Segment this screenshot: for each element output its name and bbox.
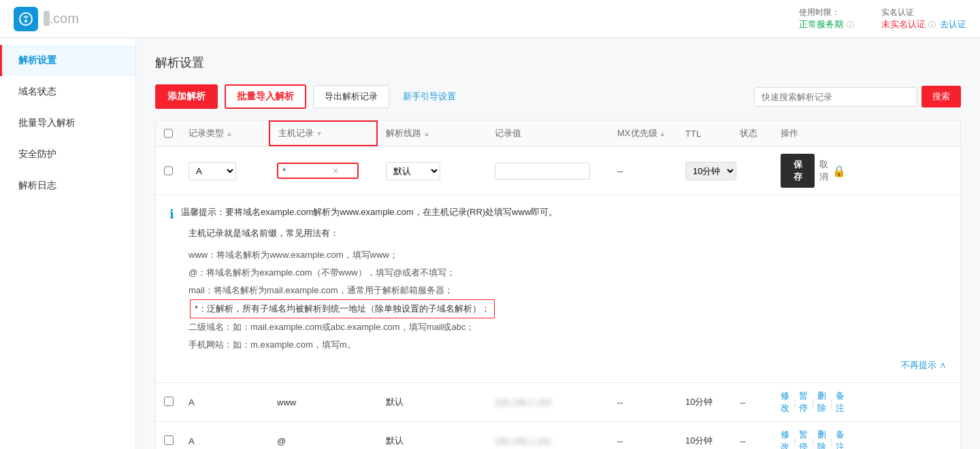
service-label: 使用时限： bbox=[799, 7, 840, 18]
info-item-www: www：将域名解析为www.example.com，填写www； bbox=[189, 246, 947, 264]
resolve-select[interactable]: 默认 联通 电信 移动 bbox=[386, 162, 440, 180]
logo-text: y.com bbox=[44, 11, 79, 27]
sidebar-item-security[interactable]: 安全防护 bbox=[0, 139, 135, 170]
th-resolve-line: 解析线路 ▲ bbox=[378, 120, 487, 146]
row2-modify-link[interactable]: 修改 bbox=[781, 429, 791, 449]
export-button[interactable]: 导出解析记录 bbox=[313, 85, 389, 108]
th-checkbox bbox=[156, 120, 180, 146]
edit-status-cell bbox=[732, 168, 772, 173]
sort-record-type-icon[interactable]: ▲ bbox=[226, 130, 233, 137]
search-button[interactable]: 搜索 bbox=[921, 86, 961, 107]
auth-link[interactable]: 去认证 bbox=[940, 18, 966, 31]
row1-delete-link[interactable]: 删除 bbox=[817, 390, 828, 414]
info-footer: 不再提示 ∧ bbox=[169, 359, 947, 371]
svg-point-0 bbox=[20, 13, 32, 25]
auth-help-icon[interactable]: ⓘ bbox=[928, 20, 936, 29]
sidebar: 解析设置 域名状态 批量导入解析 安全防护 解析日志 bbox=[0, 38, 136, 449]
wildcard-highlight: *：泛解析，所有子域名均被解析到统一地址（除单独设置的子域名解析）； bbox=[190, 299, 495, 318]
main-content: 解析设置 添加解析 批量导入解析 导出解析记录 新手引导设置 搜索 记录类型 ▲ bbox=[136, 38, 980, 449]
row2-mx: -- bbox=[609, 429, 677, 450]
table-row: A @ 默认 192.168.1.101 -- 10分钟 -- 修改 | 暂停 … bbox=[156, 422, 960, 449]
row1-modify-link[interactable]: 修改 bbox=[781, 390, 791, 414]
row2-delete-link[interactable]: 删除 bbox=[817, 429, 828, 449]
row1-host: www bbox=[269, 390, 378, 414]
th-record-value: 记录值 bbox=[487, 120, 609, 146]
th-status: 状态 bbox=[732, 120, 772, 146]
sidebar-item-parse-log[interactable]: 解析日志 bbox=[0, 170, 135, 201]
header-right: 使用时限： 正常服务期 ⓘ 实名认证 未实名认证 ⓘ 去认证 bbox=[799, 7, 966, 31]
row2-pause-link[interactable]: 暂停 bbox=[799, 429, 809, 449]
row2-resolve: 默认 bbox=[378, 428, 487, 449]
row1-type: A bbox=[180, 390, 269, 414]
info-item-wildcard: *：泛解析，所有子域名均被解析到统一地址（除单独设置的子域名解析）； bbox=[189, 299, 947, 318]
save-button[interactable]: 保存 bbox=[781, 154, 815, 188]
service-help-icon[interactable]: ⓘ bbox=[847, 20, 854, 29]
layout: 解析设置 域名状态 批量导入解析 安全防护 解析日志 解析设置 添加解析 批量导… bbox=[0, 38, 980, 449]
info-box-header: ℹ 温馨提示：要将域名example.com解析为www.example.com… bbox=[169, 206, 947, 222]
row1-pause-link[interactable]: 暂停 bbox=[799, 390, 809, 414]
search-input[interactable] bbox=[754, 87, 917, 107]
record-value-input[interactable] bbox=[495, 163, 590, 180]
edit-type-cell: A CNAME MX TXT AAAA NS bbox=[180, 159, 269, 183]
type-select[interactable]: A CNAME MX TXT AAAA NS bbox=[189, 162, 236, 180]
parse-table: 记录类型 ▲ 主机记录 ▼ 解析线路 ▲ 记录值 MX优先级 ▲ bbox=[155, 120, 961, 449]
sidebar-item-parse-settings[interactable]: 解析设置 bbox=[0, 45, 135, 76]
row2-checkbox-input[interactable] bbox=[164, 435, 174, 445]
row1-note-link[interactable]: 备注 bbox=[836, 390, 846, 414]
row1-status: -- bbox=[732, 390, 772, 414]
row1-ttl: 10分钟 bbox=[677, 389, 732, 415]
row2-note-link[interactable]: 备注 bbox=[836, 429, 846, 449]
edit-checkbox-cell bbox=[156, 163, 180, 178]
host-input-wrap: × bbox=[277, 163, 359, 179]
row1-mx: -- bbox=[609, 390, 677, 414]
select-all-checkbox[interactable] bbox=[164, 129, 173, 138]
row1-checkbox-input[interactable] bbox=[164, 397, 174, 406]
row2-checkbox bbox=[156, 429, 180, 450]
edit-row-checkbox[interactable] bbox=[164, 166, 173, 176]
auth-value: 未实名认证 ⓘ bbox=[881, 18, 936, 31]
row1-resolve: 默认 bbox=[378, 389, 487, 415]
info-item-at: @：将域名解析为example.com（不带www），填写@或者不填写； bbox=[189, 264, 947, 282]
info-item-subdomain: 二级域名：如：mail.example.com或abc.example.com，… bbox=[189, 318, 947, 336]
row2-type: A bbox=[180, 429, 269, 450]
sidebar-item-batch-import[interactable]: 批量导入解析 bbox=[0, 107, 135, 139]
edit-mx-cell: -- bbox=[609, 163, 677, 179]
sort-resolve-icon[interactable]: ▲ bbox=[423, 130, 430, 137]
sort-mx-icon[interactable]: ▲ bbox=[659, 130, 666, 137]
logo: y.com bbox=[14, 7, 79, 31]
th-mx-priority: MX优先级 ▲ bbox=[609, 120, 677, 146]
ttl-select[interactable]: 10分钟 30分钟 1小时 12小时 1天 bbox=[685, 162, 736, 180]
svg-point-1 bbox=[24, 20, 27, 22]
sidebar-item-domain-status[interactable]: 域名状态 bbox=[0, 76, 135, 107]
edit-host-cell: × bbox=[269, 160, 378, 182]
row2-record: 192.168.1.101 bbox=[487, 429, 609, 450]
lock-icon: 🔒 bbox=[832, 165, 846, 178]
auth-label: 实名认证 bbox=[881, 7, 914, 18]
guide-button[interactable]: 新手引导设置 bbox=[396, 86, 463, 107]
service-value[interactable]: 正常服务期 ⓘ bbox=[799, 18, 855, 31]
sort-host-icon[interactable]: ▼ bbox=[316, 130, 323, 137]
cancel-button[interactable]: 取消 bbox=[817, 159, 830, 183]
no-more-tip[interactable]: 不再提示 ∧ bbox=[901, 359, 947, 371]
row2-actions: 修改 | 暂停 | 删除 | 备注 bbox=[772, 422, 854, 449]
row2-ttl: 10分钟 bbox=[677, 428, 732, 449]
info-icon: ℹ bbox=[169, 207, 174, 222]
info-tip-sub: 主机记录就是域名前缀，常见用法有： bbox=[189, 227, 947, 239]
info-items: www：将域名解析为www.example.com，填写www； @：将域名解析… bbox=[189, 246, 947, 354]
auth-row: 未实名认证 ⓘ 去认证 bbox=[881, 18, 966, 31]
host-record-input[interactable] bbox=[282, 166, 330, 176]
row2-status: -- bbox=[732, 429, 772, 450]
th-record-type: 记录类型 ▲ bbox=[180, 120, 269, 146]
add-parse-button[interactable]: 添加解析 bbox=[155, 84, 218, 109]
auth-status: 实名认证 未实名认证 ⓘ 去认证 bbox=[881, 7, 966, 31]
info-tip-title: 温馨提示：要将域名example.com解析为www.example.com，在… bbox=[181, 206, 557, 218]
host-clear-icon[interactable]: × bbox=[333, 165, 338, 176]
batch-import-button[interactable]: 批量导入解析 bbox=[225, 84, 306, 109]
th-host-record: 主机记录 ▼ bbox=[269, 120, 378, 146]
info-item-mobile: 手机网站：如：m.example.com，填写m。 bbox=[189, 336, 947, 354]
info-box: ℹ 温馨提示：要将域名example.com解析为www.example.com… bbox=[156, 195, 960, 383]
th-action: 操作 bbox=[772, 120, 854, 146]
table-row: A www 默认 192.168.1.100 -- 10分钟 -- 修改 | 暂… bbox=[156, 383, 960, 422]
edit-action-cell: 保存 取消 🔒 bbox=[772, 151, 854, 190]
header: y.com 使用时限： 正常服务期 ⓘ 实名认证 未实名认证 ⓘ 去认证 bbox=[0, 0, 980, 38]
